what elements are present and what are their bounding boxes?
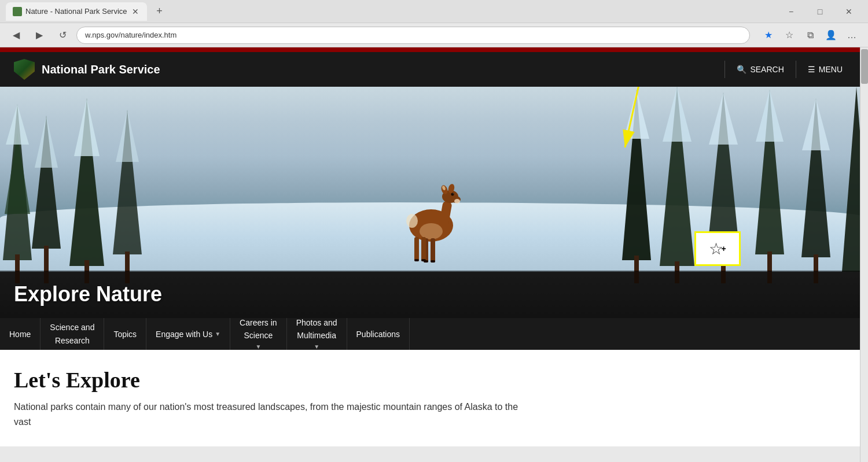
close-button[interactable]: ✕	[836, 3, 862, 20]
nps-topbar	[0, 47, 868, 52]
browser-frame: Nature - National Park Service ✕ + − □ ✕…	[0, 0, 868, 462]
svg-point-30	[420, 223, 443, 239]
svg-rect-42	[414, 237, 419, 261]
page-heading: Let's Explore	[14, 367, 854, 393]
svg-marker-23	[802, 98, 830, 150]
account-button[interactable]: 👤	[822, 26, 840, 45]
hero-overlay: Explore Nature	[0, 271, 868, 318]
nav-item-home[interactable]: Home	[0, 318, 41, 350]
menu-icon: ☰	[808, 65, 815, 74]
address-bar[interactable]: w.nps.gov/nature/index.htm	[76, 27, 750, 44]
nps-shield-icon	[14, 59, 35, 80]
toolbar-icons: ★ ☆ ⧉ 👤 …	[759, 26, 861, 45]
svg-marker-19	[624, 90, 649, 139]
svg-point-35	[451, 193, 454, 196]
nav-home-label: Home	[9, 330, 31, 339]
menu-button[interactable]: ☰ MENU	[796, 52, 854, 87]
site-title: National Park Service	[42, 63, 160, 76]
search-button[interactable]: 🔍 SEARCH	[725, 52, 795, 87]
hero-title: Explore Nature	[14, 282, 854, 306]
nav-publications-label: Publications	[356, 330, 400, 339]
svg-rect-47	[421, 259, 426, 261]
reading-list-button[interactable]: ☆	[780, 26, 799, 45]
nav-topics-label: Topics	[113, 330, 137, 339]
svg-point-48	[406, 214, 418, 228]
nav-photos-label2: Multimedia	[297, 330, 336, 341]
new-tab-button[interactable]: +	[152, 3, 168, 20]
svg-marker-5	[6, 104, 29, 145]
address-text: w.nps.gov/nature/index.htm	[85, 31, 176, 39]
svg-rect-46	[414, 259, 419, 261]
header-actions: 🔍 SEARCH ☰ MENU	[724, 52, 854, 87]
engage-dropdown-icon: ▼	[215, 331, 220, 337]
tab-favicon	[13, 7, 22, 16]
browser-tab[interactable]: Nature - National Park Service ✕	[6, 2, 147, 21]
nav-item-topics[interactable]: Topics	[104, 318, 146, 350]
nav-science-label: Science and	[50, 322, 94, 332]
nav-careers-label2: Science	[244, 330, 273, 341]
nps-logo: National Park Service	[14, 59, 160, 80]
window-controls: − □ ✕	[778, 3, 862, 20]
svg-marker-1	[5, 133, 30, 214]
svg-marker-8	[116, 110, 139, 162]
nav-engage-label: Engage with Us	[156, 330, 212, 339]
tab-title: Nature - National Park Service	[25, 7, 127, 16]
scrollbar-thumb[interactable]	[861, 49, 868, 84]
svg-marker-6	[35, 116, 58, 168]
svg-rect-43	[421, 237, 426, 261]
nps-header: National Park Service 🔍 SEARCH ☰ MENU	[0, 52, 868, 87]
more-button[interactable]: …	[843, 26, 861, 45]
forward-button[interactable]: ▶	[30, 26, 49, 45]
svg-marker-20	[663, 87, 692, 142]
split-screen-button[interactable]: ⧉	[801, 26, 819, 45]
menu-label: MENU	[819, 65, 843, 74]
svg-rect-41	[431, 238, 435, 263]
back-button[interactable]: ◀	[7, 26, 25, 45]
nps-nav: Home Science and Research Topics Engage …	[0, 318, 868, 350]
svg-marker-21	[709, 93, 738, 145]
refresh-button[interactable]: ↺	[53, 26, 72, 45]
svg-point-36	[453, 193, 454, 194]
nav-item-publications[interactable]: Publications	[347, 318, 410, 350]
page-body-text: National parks contain many of our natio…	[14, 400, 535, 429]
nav-item-science[interactable]: Science and Research	[41, 318, 104, 350]
tab-close-button[interactable]: ✕	[131, 7, 140, 16]
nav-item-careers[interactable]: Careers in Science ▼	[230, 318, 287, 350]
careers-dropdown-icon: ▼	[255, 343, 261, 350]
browser-toolbar: ◀ ▶ ↺ w.nps.gov/nature/index.htm ★ ☆ ⧉ 👤…	[0, 23, 868, 47]
page-content: Let's Explore National parks contain man…	[0, 350, 868, 446]
nav-item-engage[interactable]: Engage with Us ▼	[146, 318, 230, 350]
svg-point-34	[454, 199, 460, 204]
svg-marker-7	[74, 98, 100, 156]
photos-dropdown-icon: ▼	[314, 343, 319, 350]
hero-section: ☆ + Explore Nature	[0, 87, 868, 318]
nav-careers-label: Careers in	[240, 317, 277, 328]
search-icon: 🔍	[737, 65, 746, 74]
trees-right	[608, 87, 868, 283]
minimize-button[interactable]: −	[778, 3, 804, 20]
deer-figure	[399, 150, 469, 266]
svg-marker-22	[756, 90, 784, 142]
nav-photos-label: Photos and	[296, 317, 337, 328]
scrollbar-track	[860, 47, 868, 462]
search-label: SEARCH	[750, 65, 784, 74]
maximize-button[interactable]: □	[807, 3, 833, 20]
trees-left	[0, 98, 203, 283]
svg-rect-45	[431, 260, 435, 263]
bookmark-button[interactable]: ★	[759, 26, 778, 45]
nav-item-photos[interactable]: Photos and Multimedia ▼	[287, 318, 347, 350]
website-content: National Park Service 🔍 SEARCH ☰ MENU	[0, 47, 868, 462]
browser-titlebar: Nature - National Park Service ✕ + − □ ✕	[0, 0, 868, 23]
nav-science-label2: Research	[55, 335, 90, 346]
